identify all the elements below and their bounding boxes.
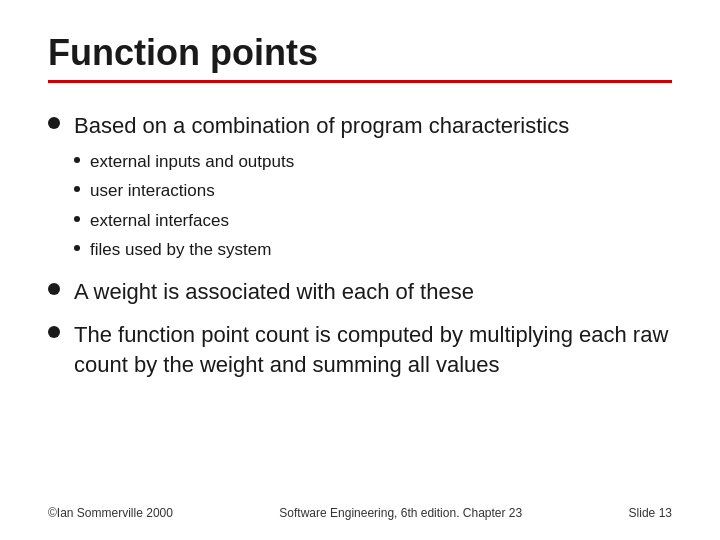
footer-center: Software Engineering, 6th edition. Chapt…: [279, 506, 522, 520]
footer-left: ©Ian Sommerville 2000: [48, 506, 173, 520]
slide-title: Function points: [48, 32, 672, 74]
bullet-dot-3: [48, 326, 60, 338]
bullet-item-2: A weight is associated with each of thes…: [48, 277, 672, 307]
sub-bullet-dot-3: [74, 216, 80, 222]
sub-bullet-text-3: external interfaces: [90, 208, 229, 234]
title-section: Function points: [48, 32, 672, 103]
sub-bullet-item-1: external inputs and outputs: [74, 149, 569, 175]
title-underline: [48, 80, 672, 83]
slide: Function points Based on a combination o…: [0, 0, 720, 540]
footer-right: Slide 13: [629, 506, 672, 520]
bullet-dot-2: [48, 283, 60, 295]
sub-bullet-item-2: user interactions: [74, 178, 569, 204]
sub-bullet-dot-4: [74, 245, 80, 251]
bullet-item-1: Based on a combination of program charac…: [48, 111, 672, 263]
bullet-text-1: Based on a combination of program charac…: [74, 113, 569, 138]
bullet-content-1: Based on a combination of program charac…: [74, 111, 569, 263]
sub-bullets: external inputs and outputs user interac…: [74, 149, 569, 263]
sub-bullet-item-4: files used by the system: [74, 237, 569, 263]
sub-bullet-text-2: user interactions: [90, 178, 215, 204]
bullet-text-2: A weight is associated with each of thes…: [74, 277, 474, 307]
bullet-item-3: The function point count is computed by …: [48, 320, 672, 379]
sub-bullet-dot-2: [74, 186, 80, 192]
footer: ©Ian Sommerville 2000 Software Engineeri…: [48, 502, 672, 520]
sub-bullet-text-4: files used by the system: [90, 237, 271, 263]
bullet-dot-1: [48, 117, 60, 129]
bullet-text-3: The function point count is computed by …: [74, 320, 672, 379]
content-area: Based on a combination of program charac…: [48, 111, 672, 490]
sub-bullet-text-1: external inputs and outputs: [90, 149, 294, 175]
sub-bullet-dot-1: [74, 157, 80, 163]
sub-bullet-item-3: external interfaces: [74, 208, 569, 234]
